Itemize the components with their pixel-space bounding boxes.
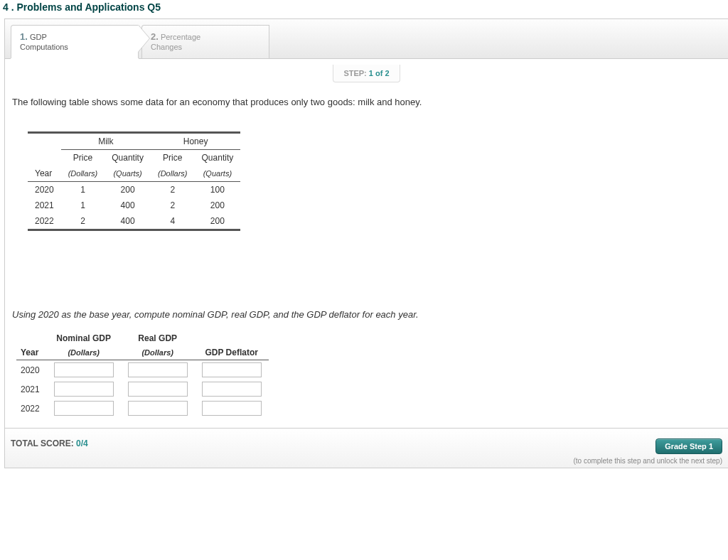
cell-value: 1	[61, 182, 105, 198]
cell-value: 200	[195, 213, 241, 230]
input-real-2020[interactable]	[128, 362, 188, 377]
cell-value: 4	[151, 213, 195, 230]
input-real-2021[interactable]	[128, 382, 188, 397]
grade-step-button[interactable]: Grade Step 1	[655, 438, 722, 454]
col-group-honey: Honey	[151, 133, 240, 150]
col-real-gdp: Real GDP	[121, 331, 195, 345]
tab-bar: 1. GDP Computations 2. Percentage Change…	[5, 19, 728, 59]
page-title: 4 . Problems and Applications Q5	[0, 0, 728, 18]
tab-number: 1.	[20, 31, 28, 42]
input-deflator-2022[interactable]	[202, 401, 262, 416]
tab-label-line2: Computations	[20, 43, 68, 51]
unit-nominal: (Dollars)	[47, 345, 121, 360]
footer-bar: TOTAL SCORE: 0/4 Grade Step 1 (to comple…	[5, 428, 728, 468]
total-score: TOTAL SCORE: 0/4	[11, 438, 88, 448]
table-row: 2021	[16, 379, 269, 399]
step-sep: of	[375, 69, 382, 77]
data-table: Milk Honey Price Quantity Price Quantity…	[28, 131, 240, 231]
col-honey-price: Price	[151, 150, 195, 166]
score-value: 0/4	[76, 438, 88, 448]
unit-milk-price: (Dollars)	[61, 166, 105, 182]
table-row: 2022	[16, 399, 269, 418]
step-indicator: STEP: 1 of 2	[333, 65, 400, 82]
grade-hint: (to complete this step and unlock the ne…	[573, 457, 722, 465]
col-honey-qty: Quantity	[195, 150, 241, 166]
tab-label-line2: Changes	[151, 43, 182, 51]
cell-value: 2	[151, 198, 195, 213]
cell-year: 2022	[16, 399, 47, 418]
input-deflator-2021[interactable]	[202, 382, 262, 397]
cell-value: 2	[61, 213, 105, 230]
input-real-2022[interactable]	[128, 401, 188, 416]
unit-honey-qty: (Quarts)	[195, 166, 241, 182]
cell-value: 100	[195, 182, 241, 198]
cell-value: 200	[195, 198, 241, 213]
input-nominal-2022[interactable]	[54, 401, 114, 416]
col-nominal-gdp: Nominal GDP	[47, 331, 121, 345]
step-total: 2	[385, 69, 389, 77]
tab-number: 2.	[151, 31, 159, 42]
unit-real: (Dollars)	[121, 345, 195, 360]
cell-value: 400	[105, 198, 151, 213]
score-label: TOTAL SCORE:	[11, 438, 74, 448]
instruction-text: Using 2020 as the base year, compute nom…	[12, 309, 721, 320]
problem-container: 1. GDP Computations 2. Percentage Change…	[4, 18, 728, 468]
col-group-milk: Milk	[61, 133, 151, 150]
answer-table: Nominal GDP Real GDP Year (Dollars) (Dol…	[16, 331, 269, 418]
input-deflator-2020[interactable]	[202, 362, 262, 377]
table-row: 2020 1 200 2 100	[28, 182, 240, 198]
col-year-label: Year	[16, 345, 47, 360]
table-row: 2021 1 400 2 200	[28, 198, 240, 213]
tab-label-line1: GDP	[30, 33, 47, 41]
cell-year: 2021	[16, 379, 47, 399]
col-milk-qty: Quantity	[105, 150, 151, 166]
input-nominal-2021[interactable]	[54, 382, 114, 397]
cell-year: 2020	[28, 182, 61, 198]
cell-value: 200	[105, 182, 151, 198]
cell-value: 1	[61, 198, 105, 213]
table-row: 2020	[16, 360, 269, 380]
tab-gdp-computations[interactable]: 1. GDP Computations	[11, 25, 139, 58]
problem-content: The following table shows some data for …	[5, 85, 728, 428]
unit-milk-qty: (Quarts)	[105, 166, 151, 182]
unit-honey-price: (Dollars)	[151, 166, 195, 182]
step-prefix: STEP:	[343, 69, 366, 77]
tab-label-line1: Percentage	[161, 33, 200, 41]
cell-value: 400	[105, 213, 151, 230]
cell-year: 2020	[16, 360, 47, 380]
col-year-label: Year	[28, 166, 61, 182]
intro-text: The following table shows some data for …	[12, 97, 721, 107]
col-gdp-deflator: GDP Deflator	[195, 345, 269, 360]
col-milk-price: Price	[61, 150, 105, 166]
cell-year: 2022	[28, 213, 61, 230]
input-nominal-2020[interactable]	[54, 362, 114, 377]
tab-percentage-changes[interactable]: 2. Percentage Changes	[141, 25, 269, 58]
step-current: 1	[369, 69, 373, 77]
table-row: 2022 2 400 4 200	[28, 213, 240, 230]
step-indicator-bar: STEP: 1 of 2	[5, 59, 728, 85]
cell-year: 2021	[28, 198, 61, 213]
cell-value: 2	[151, 182, 195, 198]
